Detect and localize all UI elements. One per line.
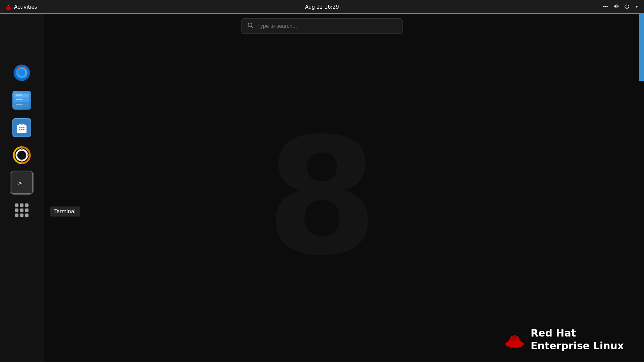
svg-rect-17 (16, 95, 22, 96)
svg-point-4 (607, 6, 608, 7)
svg-marker-8 (635, 6, 638, 8)
redhat-hat-logo (504, 329, 525, 350)
terminal-tooltip: Terminal (50, 206, 80, 217)
dock-item-help[interactable] (10, 143, 34, 167)
svg-point-1 (7, 6, 10, 7)
search-icon (247, 22, 254, 30)
system-menu-chevron[interactable] (633, 2, 640, 11)
redhat-text: Red Hat Enterprise Linux (531, 327, 624, 352)
svg-point-24 (23, 127, 24, 128)
dock-item-files[interactable] (10, 88, 34, 112)
svg-point-25 (19, 129, 20, 130)
grid-dot (20, 203, 23, 207)
search-bar (241, 18, 402, 34)
grid-dot (25, 208, 29, 212)
volume-icon[interactable] (612, 2, 621, 12)
dock-item-software[interactable] (10, 116, 34, 140)
svg-point-13 (18, 69, 25, 76)
grid-dot (25, 203, 29, 207)
svg-point-22 (19, 127, 20, 128)
power-icon[interactable] (623, 2, 631, 12)
overlay (0, 14, 644, 362)
svg-point-3 (605, 6, 606, 7)
grid-dot (15, 208, 18, 212)
grid-dot (20, 214, 23, 217)
software-icon (12, 118, 31, 137)
search-input[interactable] (257, 23, 397, 29)
dock-item-terminal[interactable]: >_ (10, 171, 34, 195)
svg-line-10 (252, 26, 253, 28)
activities-underline (0, 13, 644, 14)
terminal-icon: >_ (11, 172, 33, 194)
network-icon[interactable] (601, 2, 610, 12)
activities-label: Activities (14, 4, 37, 10)
redhat-logo: Red Hat Enterprise Linux (504, 327, 624, 352)
search-container (241, 18, 402, 34)
svg-rect-19 (16, 104, 22, 105)
app-grid-icon (12, 201, 31, 220)
firefox-icon (12, 63, 31, 82)
svg-rect-18 (16, 99, 22, 100)
grid-dot (20, 208, 23, 212)
dock: >_ (0, 14, 44, 362)
activities-button[interactable]: Activities (0, 0, 42, 14)
grid-dot (15, 214, 18, 217)
help-icon (12, 146, 31, 165)
topbar-right (601, 2, 644, 12)
svg-point-30 (16, 150, 27, 161)
grid-dot (25, 214, 29, 217)
svg-point-26 (21, 129, 22, 130)
svg-point-23 (21, 127, 22, 128)
clock: Aug 12 16:29 (305, 4, 339, 10)
dock-item-firefox[interactable] (10, 61, 34, 85)
topbar: Activities Aug 12 16:29 (0, 0, 644, 14)
right-panel-hint (639, 14, 644, 81)
svg-point-9 (248, 23, 252, 27)
svg-point-27 (23, 129, 24, 130)
svg-marker-7 (614, 4, 616, 8)
svg-point-2 (603, 6, 604, 7)
grid-dot (15, 203, 18, 207)
redhat-icon (5, 3, 12, 11)
files-icon (12, 91, 31, 110)
dock-item-appgrid[interactable] (10, 198, 34, 222)
